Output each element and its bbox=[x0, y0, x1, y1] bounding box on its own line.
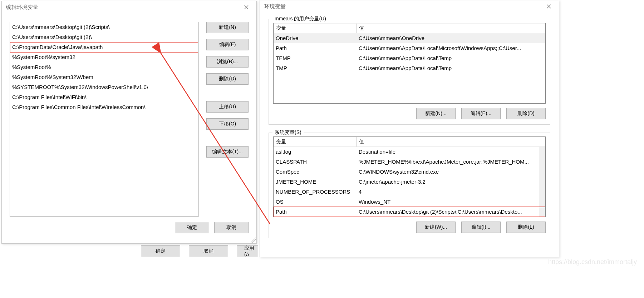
table-row[interactable]: NUMBER_OF_PROCESSORS4 bbox=[274, 187, 545, 197]
system-vars-table[interactable]: 变量 值 asl.logDestination=fileCLASSPATH%JM… bbox=[273, 136, 546, 217]
table-row[interactable]: ComSpecC:\WINDOWS\system32\cmd.exe bbox=[274, 167, 545, 177]
edit-button[interactable]: 编辑(E) bbox=[206, 39, 249, 50]
var-name: CLASSPATH bbox=[274, 157, 357, 167]
new-button[interactable]: 新建(N) bbox=[206, 22, 249, 33]
path-item[interactable]: %SYSTEMROOT%\System32\WindowsPowerShell\… bbox=[10, 82, 198, 92]
col-header-value[interactable]: 值 bbox=[357, 23, 545, 33]
path-item[interactable]: %SystemRoot%\system32 bbox=[10, 52, 198, 62]
close-icon[interactable] bbox=[542, 1, 556, 11]
var-name: OneDrive bbox=[274, 33, 357, 43]
ok-button[interactable]: 确定 bbox=[175, 222, 209, 233]
var-name: OS bbox=[274, 197, 357, 207]
env-dialog-titlebar: 环境变量 bbox=[260, 0, 559, 13]
user-vars-table[interactable]: 变量 值 OneDriveC:\Users\mmears\OneDrivePat… bbox=[273, 23, 546, 104]
var-name: TEMP bbox=[274, 53, 357, 63]
var-value: C:\jmeter\apache-jmeter-3.2 bbox=[357, 177, 545, 187]
var-name: ComSpec bbox=[274, 167, 357, 177]
sys-edit-button[interactable]: 编辑(I)... bbox=[461, 222, 501, 233]
move-up-button[interactable]: 上移(U) bbox=[206, 101, 249, 113]
var-name: JMETER_HOME bbox=[274, 177, 357, 187]
col-header-variable[interactable]: 变量 bbox=[274, 137, 357, 147]
env-vars-dialog: 环境变量 mmears 的用户变量(U) 变量 值 OneDriveC:\Use… bbox=[260, 0, 559, 257]
sys-new-button[interactable]: 新建(W)... bbox=[416, 222, 456, 233]
table-row[interactable]: OSWindows_NT bbox=[274, 197, 545, 207]
close-icon[interactable] bbox=[239, 2, 254, 12]
resize-grip-icon[interactable] bbox=[251, 238, 256, 243]
system-vars-group: 系统变量(S) 变量 值 asl.logDestination=fileCLAS… bbox=[269, 133, 550, 238]
var-value: C:\Users\mmears\OneDrive bbox=[357, 33, 545, 43]
path-item[interactable]: C:\ProgramData\Oracle\Java\javapath bbox=[10, 42, 198, 52]
var-value: Destination=file bbox=[357, 147, 545, 157]
bg-apply-button[interactable]: 应用(A bbox=[237, 245, 258, 257]
user-new-button[interactable]: 新建(N)... bbox=[416, 108, 456, 119]
table-row[interactable]: PathC:\Users\mmears\AppData\Local\Micros… bbox=[274, 43, 545, 53]
sys-delete-button[interactable]: 删除(L) bbox=[506, 222, 546, 233]
table-row[interactable]: OneDriveC:\Users\mmears\OneDrive bbox=[274, 33, 545, 43]
path-item[interactable]: C:\Users\mmears\Desktop\git (2)\Scripts\ bbox=[10, 22, 198, 32]
bg-ok-button[interactable]: 确定 bbox=[141, 245, 180, 257]
browse-button[interactable]: 浏览(B)... bbox=[206, 56, 249, 68]
edit-env-var-dialog: 编辑环境变量 C:\Users\mmears\Desktop\git (2)\S… bbox=[1, 1, 257, 244]
table-row[interactable]: PathC:\Users\mmears\Desktop\git (2)\Scri… bbox=[274, 207, 545, 217]
var-value: C:\Users\mmears\Desktop\git (2)\Scripts\… bbox=[357, 207, 545, 217]
bg-cancel-button[interactable]: 取消 bbox=[189, 245, 228, 257]
var-value: C:\Users\mmears\AppData\Local\Microsoft\… bbox=[357, 43, 545, 53]
table-row[interactable]: TMPC:\Users\mmears\AppData\Local\Temp bbox=[274, 63, 545, 73]
delete-button[interactable]: 删除(D) bbox=[206, 73, 249, 85]
env-dialog-title: 环境变量 bbox=[264, 3, 286, 10]
var-name: Path bbox=[274, 43, 357, 53]
var-value: 4 bbox=[357, 187, 545, 197]
edit-dialog-titlebar: 编辑环境变量 bbox=[2, 1, 256, 13]
table-row[interactable]: CLASSPATH%JMETER_HOME%\lib\ext\ApacheJMe… bbox=[274, 157, 545, 167]
table-row[interactable]: JMETER_HOMEC:\jmeter\apache-jmeter-3.2 bbox=[274, 177, 545, 187]
user-edit-button[interactable]: 编辑(E)... bbox=[461, 108, 501, 119]
var-value: %JMETER_HOME%\lib\ext\ApacheJMeter_core.… bbox=[357, 157, 545, 167]
move-down-button[interactable]: 下移(O) bbox=[206, 118, 249, 130]
table-row[interactable]: asl.logDestination=file bbox=[274, 147, 545, 157]
watermark: https://blog.csdn.net/immortaljy bbox=[548, 258, 637, 266]
edit-dialog-title: 编辑环境变量 bbox=[6, 4, 38, 11]
col-header-value[interactable]: 值 bbox=[357, 137, 545, 147]
var-value: Windows_NT bbox=[357, 197, 545, 207]
var-name: NUMBER_OF_PROCESSORS bbox=[274, 187, 357, 197]
var-name: Path bbox=[274, 207, 357, 217]
table-row[interactable]: TEMPC:\Users\mmears\AppData\Local\Temp bbox=[274, 53, 545, 63]
path-item[interactable]: %SystemRoot% bbox=[10, 62, 198, 72]
var-name: asl.log bbox=[274, 147, 357, 157]
path-item[interactable]: C:\Users\mmears\Desktop\git (2)\ bbox=[10, 32, 198, 42]
user-delete-button[interactable]: 删除(D) bbox=[506, 108, 546, 119]
var-value: C:\WINDOWS\system32\cmd.exe bbox=[357, 167, 545, 177]
scrollbar[interactable] bbox=[539, 146, 545, 217]
cancel-button[interactable]: 取消 bbox=[214, 222, 249, 233]
var-name: TMP bbox=[274, 63, 357, 73]
path-list[interactable]: C:\Users\mmears\Desktop\git (2)\Scripts\… bbox=[10, 22, 198, 217]
user-vars-group: mmears 的用户变量(U) 变量 值 OneDriveC:\Users\mm… bbox=[269, 19, 550, 125]
var-value: C:\Users\mmears\AppData\Local\Temp bbox=[357, 63, 545, 73]
col-header-variable[interactable]: 变量 bbox=[274, 23, 357, 33]
path-item[interactable]: %SystemRoot%\System32\Wbem bbox=[10, 72, 198, 82]
user-vars-legend: mmears 的用户变量(U) bbox=[272, 16, 328, 22]
system-vars-legend: 系统变量(S) bbox=[272, 129, 304, 136]
edit-text-button[interactable]: 编辑文本(T)... bbox=[206, 146, 249, 158]
var-value: C:\Users\mmears\AppData\Local\Temp bbox=[357, 53, 545, 63]
path-item[interactable]: C:\Program Files\Common Files\Intel\Wire… bbox=[10, 102, 198, 112]
path-item[interactable]: C:\Program Files\Intel\WiFi\bin\ bbox=[10, 92, 198, 102]
